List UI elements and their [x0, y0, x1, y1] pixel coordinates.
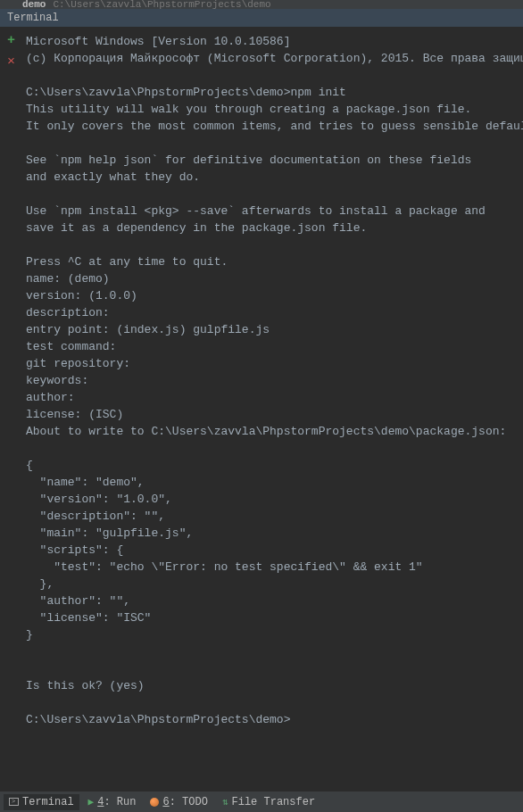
editor-tab-bar: demo C:\Users\zavvla\PhpstormProjects\de… [0, 0, 523, 9]
run-icon: ▶ [88, 796, 95, 808]
file-transfer-icon: ⇅ [222, 796, 228, 808]
status-bar: Terminal ▶ 4: Run 6: TODO ⇅ File Transfe… [0, 791, 523, 812]
status-todo-button[interactable]: 6: TODO [145, 794, 212, 810]
status-filetransfer-button[interactable]: ⇅ File Transfer [217, 794, 320, 810]
new-session-icon[interactable]: + [5, 35, 18, 47]
tab-project-name[interactable]: demo [22, 0, 46, 9]
terminal-side-toolbar: + × [0, 28, 22, 791]
close-session-icon[interactable]: × [5, 56, 18, 69]
todo-icon [150, 798, 159, 807]
terminal-output[interactable]: Microsoft Windows [Version 10.0.10586] (… [22, 28, 523, 791]
status-terminal-button[interactable]: Terminal [4, 794, 79, 810]
filetransfer-label: File Transfer [232, 796, 316, 808]
tab-path-hint: C:\Users\zavvla\PhpstormProjects\demo [53, 0, 270, 9]
run-label: : Run [104, 796, 136, 808]
terminal-panel-header[interactable]: Terminal [0, 9, 523, 28]
terminal-icon [9, 798, 19, 806]
todo-label: : TODO [170, 796, 208, 808]
status-terminal-label: Terminal [22, 796, 74, 808]
terminal-panel-body: + × Microsoft Windows [Version 10.0.1058… [0, 28, 523, 791]
status-run-button[interactable]: ▶ 4: Run [83, 794, 142, 810]
todo-key: 6 [162, 796, 169, 808]
